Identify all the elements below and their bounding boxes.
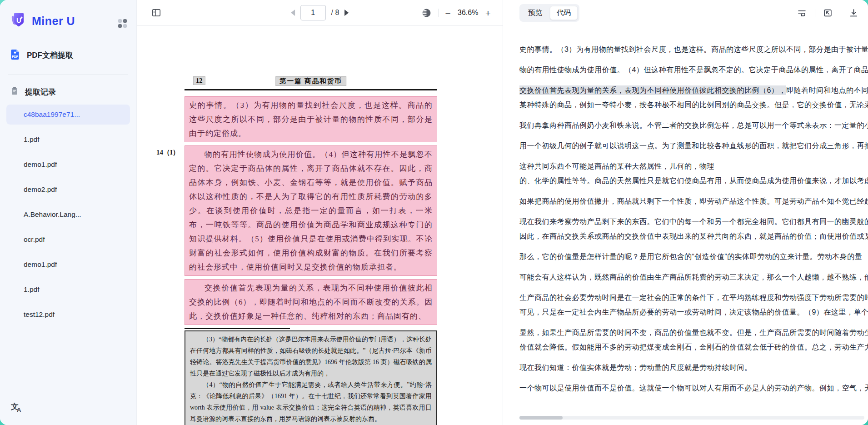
record-item[interactable]: demo2.pdf [6,180,130,200]
brand-name: Miner U [32,15,75,28]
view-mode-segmented-control: 预览 代码 [519,4,579,22]
clipboard-icon [10,86,19,97]
pdf-viewer: / 8 − [137,0,503,425]
pdf-page-number: 12 [194,77,205,85]
extracted-line[interactable]: 我们再拿两种商品例奶小麦和铁来说。不管二者的交换比例怎样，总是可以用一个等式来表… [519,120,868,130]
zoom-controls: − 36.6% + [421,8,491,18]
zoom-level: 36.6% [457,9,479,17]
prev-page-button[interactable] [291,10,295,16]
pdf-footnote: （4）“物的自然价值产生于它能满足需要，或者给人类生活带来方便。”约翰·洛克：《… [190,379,432,425]
pdf-highlighted-block[interactable]: 史的事情。（3）为有用物的量找到社会尺度，也是这样。商品的 这些尺度之所以不同，… [185,96,437,142]
record-item[interactable]: demo1.pdf [6,255,130,275]
zoom-in-button[interactable]: + [485,8,491,18]
records-header: 提取记录 [10,86,136,97]
download-icon [849,8,858,18]
extracted-line[interactable]: 物的有用性使物成为使用价值。（4）但这种有用性不是飘忽不定的。它决定于商品体的属… [519,65,868,75]
pdf-highlighted-block[interactable]: 物的有用性使物成为使用价值。（4）但这种有用性不是飘忽不定的。它决定于商品体的属… [185,145,437,276]
extracted-line[interactable]: 因此，在商品交换关系或商品的交换价值中表现出来的某种共向的东西，就是商品的价值；… [519,231,868,241]
pdf-highlighted-block[interactable]: 交换价值首先表现为量的关系，表现为不同种使用价值彼此相交换的比例（6），即随着时… [185,279,437,325]
svg-text:PDF: PDF [12,55,18,58]
scrollbar-thumb[interactable] [519,416,563,420]
pdf-page-header: 12 第一篇 商品和货币 [185,77,437,87]
pdf-footnote: （3）“物都有内在的长处（这是巴尔本用来表示使用价值的专门用语），这种长处在任何… [190,334,432,379]
zoom-out-button[interactable]: − [445,8,450,18]
extracted-text-body[interactable]: 史的事情。（3）为有用物的量找到社会尺度，也是这样。商品的这些尺度之所以不同，部… [503,25,868,425]
preview-header: 预览 代码 [503,0,868,25]
tab-preview[interactable]: 预览 [521,6,549,20]
extracted-line[interactable]: 某种特殊的商品，例如一夸特小麦，按各种极不相同的比例同别的商品交换。但是，它的交… [519,100,868,110]
extracted-line[interactable]: 这种共同东西不可能是商品的某种天然属性，几何的，物理 [519,161,868,171]
text-wrap-icon [797,8,807,18]
text-wrap-button[interactable] [797,8,807,18]
pdf-header-rule [185,89,437,90]
translate-icon[interactable]: 文A [11,401,25,415]
records-title: 提取记录 [25,87,56,97]
sidebar-item-pdf-extract[interactable]: PDF PDF文档提取 [9,48,136,62]
record-item[interactable]: c48baa1997e71... [6,105,130,125]
record-item[interactable]: ocr.pdf [6,230,130,250]
extracted-line[interactable]: 交换价值首先表现为量的关系，表现为不同种使用价值彼此相交换的比例（6），即随着时… [519,85,868,95]
sidebar-divider [8,74,128,75]
extracted-line[interactable]: 现在我们来考察劳动产品剩下来的东西。它们中的每一个和另一个都完全相同。它们都具有… [519,217,868,227]
toggle-sidebar-button[interactable] [151,8,161,18]
extracted-line[interactable]: 可见，只是在一定社会内生产物品所必要的劳动一或劳动时间，决定该物品的价值量。（9… [519,307,868,317]
pdf-page: 12 第一篇 商品和货币 14（I） 史的事情。（3）为有用物的量找到社会尺度，… [185,77,437,425]
sidebar: U Miner U PDF PDF文档提取 [0,0,137,425]
pdf-upload-icon: PDF [9,48,21,62]
tab-code[interactable]: 代码 [550,6,578,20]
sidebar-layout-icon [151,8,161,18]
preview-actions [797,8,859,18]
extracted-line[interactable]: 显然，如果生产商品所需要的时间不变，商品的价值量也就不变。但是，生产商品所需要的… [519,328,868,338]
actions-divider [815,9,815,17]
svg-text:U: U [16,16,21,24]
contrast-icon[interactable] [421,8,432,18]
record-item[interactable]: A.Behavior.Lang... [6,205,130,225]
record-item[interactable]: demo1.pdf [6,155,130,175]
mineru-logo-icon: U [9,11,27,31]
record-item[interactable]: test12.pdf [6,305,130,325]
extracted-line[interactable]: 史的事情。（3）为有用物的量找到社会尺度，也是这样。商品的这些尺度之所以不同，部… [519,45,868,55]
extracted-line[interactable]: 的、化学的属性等等。商品的天然属性只是就它们使商品有用，从而使商品成为使用价值来… [519,176,868,186]
actions-divider [841,9,841,17]
page-navigation: / 8 [291,5,349,20]
next-page-button[interactable] [344,10,349,16]
page-total: / 8 [331,9,339,17]
page-number-input[interactable] [300,5,326,20]
footnote-separator [185,328,290,329]
pdf-canvas[interactable]: 12 第一篇 商品和货币 14（I） 史的事情。（3）为有用物的量找到社会尺度，… [137,26,503,425]
extracted-line[interactable]: 如果把商品的使用价值撇开，商品就只剩下一个性质，即劳动产品这个性质。可是劳动产品… [519,196,868,206]
apps-grid-icon[interactable] [118,19,127,28]
extraction-preview-panel: 预览 代码 [503,0,868,425]
record-item[interactable]: 1.pdf [6,280,130,300]
brand: U Miner U [0,0,136,31]
record-item[interactable]: 1.pdf [6,130,130,150]
extracted-line[interactable]: 现在我们知道：价值实体就是劳动；劳动量的尺度就是劳动持续时间。 [519,363,868,373]
pdf-margin-note: 14（I） [156,148,180,157]
toolbar-divider [438,9,439,17]
extracted-line[interactable]: 那么，它的价值量是怎样计量的呢？是用它所包含的“创造价值”的实体即劳动的立来计量… [519,252,868,262]
sidebar-item-label: PDF文档提取 [27,50,73,60]
record-list: c48baa1997e71...1.pdfdemo1.pdfdemo2.pdfA… [0,105,136,325]
expand-icon [823,8,833,18]
viewer-toolbar: / 8 − [137,0,503,26]
horizontal-scrollbar[interactable] [519,416,864,420]
extracted-line[interactable]: 生产商品的社会必要劳动时间是在一定社会的正常的条件下，在平均熟练程度和劳动强度下… [519,293,868,303]
expand-button[interactable] [823,8,833,18]
pdf-text-blocks: 史的事情。（3）为有用物的量找到社会尺度，也是这样。商品的 这些尺度之所以不同，… [185,96,437,325]
extracted-line[interactable]: 一个物可以是使用价值而不是价值。这就使一个物可以对人有用而不必是人的劳动的产物。… [519,383,868,393]
pdf-section-header: 第一篇 商品和货币 [276,77,346,85]
extracted-line[interactable]: 用一个初级几何的例子就可以说明这一点。为了测量和比较各种直线形的面积，就把它们分… [519,141,868,151]
pdf-footnote-block[interactable]: （3）“物都有内在的长处（这是巴尔本用来表示使用价值的专门用语），这种长处在任何… [185,330,437,425]
extracted-line[interactable]: 可能会有人这样认为，既然商品的价值由生产商品所耗费的劳动三来决定，那么一个人越懒… [519,272,868,282]
app-window: U Miner U PDF PDF文档提取 [0,0,868,425]
extracted-line[interactable]: 价值就会降低。假如能用不多的劳动把煤变成金刚石，金刚石的价值就会低于砖的价值。总… [519,342,868,352]
download-button[interactable] [849,8,859,18]
